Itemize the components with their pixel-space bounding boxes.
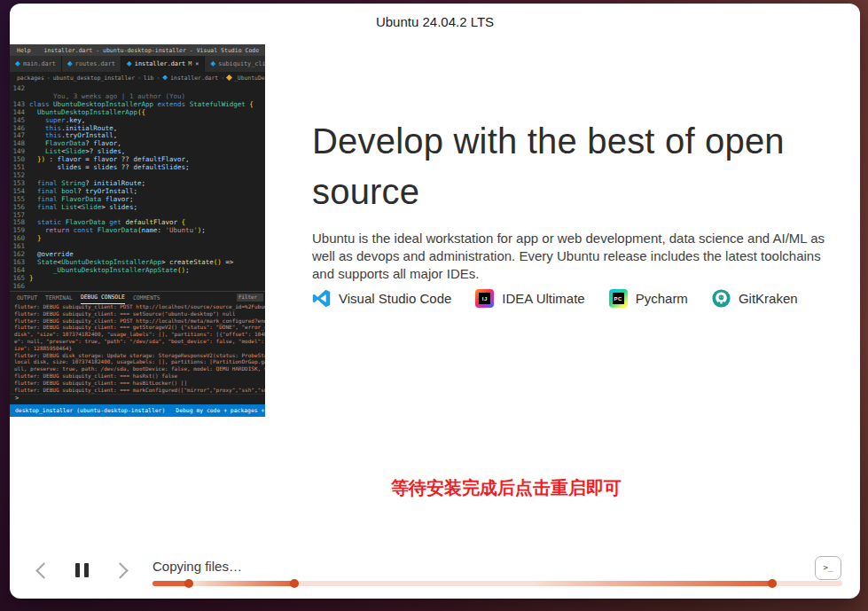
breadcrumb-item[interactable]: ubuntu_desktop_installer <box>53 74 135 82</box>
dart-file-icon <box>15 61 20 67</box>
code-text: slides = slides ?? defaultSlides; <box>29 164 190 172</box>
vscode-screenshot: Help installer.dart - ubuntu-desktop-ins… <box>10 44 265 417</box>
git-modified-badge: M <box>188 60 192 67</box>
vscode-window-title: installer.dart - ubuntu-desktop-installe… <box>38 47 265 54</box>
window-title: Ubuntu 24.04.2 LTS <box>10 14 860 29</box>
tool-idea: IJ IDEA Ultimate <box>475 289 584 308</box>
tab-label: installer.dart <box>135 60 185 67</box>
panel-tab-debug-console: DEBUG CONSOLE <box>81 292 125 304</box>
statusbar-launch-config: desktop_installer (ubuntu-desktop-instal… <box>15 407 165 414</box>
tool-vscode: Visual Studio Code <box>312 289 451 308</box>
console-line: ize": 12885950464} <box>14 345 265 352</box>
breadcrumb-separator: › <box>156 74 160 82</box>
console-line: flutter: DEBUG subiquity_client: POST ht… <box>14 303 265 310</box>
code-text: _UbuntuDesktopInstallerAppState(); <box>29 267 190 275</box>
console-line: flutter: DEBUG subiquity_client: === mar… <box>14 387 265 394</box>
ide-logo-row: Visual Studio Code IJ IDEA Ultimate PC P… <box>312 289 798 308</box>
idea-icon: IJ <box>475 289 494 308</box>
pause-slideshow-button[interactable] <box>75 563 89 577</box>
code-text: final List<Slide> slides; <box>29 204 137 212</box>
vscode-icon <box>312 289 331 308</box>
code-line: 164 _UbuntuDesktopInstallerAppState(); <box>10 267 265 275</box>
tool-pycharm: PC Pycharm <box>609 289 688 308</box>
tool-label: Visual Studio Code <box>339 291 451 306</box>
editor-tab-bar: main.dartroutes.dartinstaller.dartM×subi… <box>10 56 265 72</box>
progress-dot <box>768 579 777 588</box>
slide-body: Ubuntu is the ideal workstation for app … <box>312 230 833 283</box>
code-line: 151 slides = slides ?? defaultSlides; <box>10 164 265 172</box>
vscode-titlebar: Help installer.dart - ubuntu-desktop-ins… <box>10 44 265 56</box>
code-text: } <box>29 275 34 283</box>
close-icon[interactable]: × <box>195 60 199 67</box>
terminal-button[interactable]: >_ <box>815 556 841 580</box>
breadcrumb: packages›ubuntu_desktop_installer›lib›in… <box>10 72 265 83</box>
terminal-icon: >_ <box>824 564 833 572</box>
tab-label: routes.dart <box>75 60 115 67</box>
tool-label: IDEA Ultimate <box>502 291 584 306</box>
install-status-text: Copying files… <box>152 559 242 574</box>
panel-tab-output: OUTPUT <box>17 292 37 303</box>
tool-label: Pycharm <box>636 291 688 306</box>
console-line: flutter: DEBUG subiquity_client: === set… <box>14 310 265 317</box>
dart-file-icon <box>210 61 215 67</box>
console-line: flutter: DEBUG subiquity_client: === get… <box>14 324 265 331</box>
panel-tab-terminal: TERMINAL <box>45 292 73 303</box>
breadcrumb-item[interactable]: _UbuntuDesktopInstallerAppStat <box>234 74 265 82</box>
breadcrumb-item[interactable]: installer.dart <box>170 74 218 82</box>
vscode-help-menu: Help <box>10 47 38 54</box>
symbol-icon <box>226 74 232 81</box>
previous-slide-button[interactable] <box>35 562 51 578</box>
console-line: flutter: DEBUG subiquity_client: === has… <box>14 380 265 387</box>
line-number: 142 <box>10 85 29 93</box>
gitkraken-icon <box>712 289 731 308</box>
code-text: return const FlavorData(name: 'Ubuntu'); <box>29 227 206 235</box>
code-line: 166 <box>10 283 265 291</box>
breadcrumb-item[interactable]: packages <box>17 74 44 82</box>
console-line: flutter: DEBUG subiquity_client: POST ht… <box>14 317 265 325</box>
console-line: ull, preserve: true, path: /dev/sda, boo… <box>14 365 265 372</box>
dart-file-icon <box>127 61 132 67</box>
tab-label: subiquity_client.dart <box>218 60 265 67</box>
editor-tab[interactable]: subiquity_client.dart <box>205 56 265 72</box>
progress-dot <box>290 579 299 588</box>
console-line: flutter: DEBUG subiquity_client: === has… <box>14 372 265 380</box>
editor-tab[interactable]: main.dart <box>10 56 62 72</box>
panel-tab-comments: COMMENTS <box>133 292 160 303</box>
progress-dot <box>184 579 193 588</box>
console-line: flutter: DEBUG disk_storage: Update stor… <box>14 352 265 359</box>
console-line: e": null, "preserve": true, "path": "/de… <box>14 338 265 345</box>
code-editor: 142 You, 3 weeks ago | 1 author (You)143… <box>10 83 265 291</box>
filter-input: Filter <box>237 294 263 302</box>
next-slide-button[interactable] <box>112 562 128 578</box>
breadcrumb-item[interactable]: lib <box>144 74 154 82</box>
debug-console-output: flutter: DEBUG subiquity_client: POST ht… <box>10 303 265 394</box>
restart-note: 等待安装完成后点击重启即可 <box>391 475 622 500</box>
vscode-statusbar: desktop_installer (ubuntu-desktop-instal… <box>10 404 265 417</box>
pycharm-icon: PC <box>609 289 628 308</box>
dart-file-icon <box>67 61 73 67</box>
code-line: 156 final List<Slide> slides; <box>10 204 265 212</box>
installer-window: Ubuntu 24.04.2 LTS Help installer.dart -… <box>10 4 860 599</box>
install-progress-bar <box>152 581 842 586</box>
tab-label: main.dart <box>23 60 56 67</box>
statusbar-debug-mode: Debug my code + packages + SDK <box>176 407 265 414</box>
console-line: disk", "size": 107374182400, "usage_labe… <box>14 331 265 338</box>
slide-title: Develop with the best of open source <box>312 116 835 217</box>
dart-file-icon <box>162 75 168 81</box>
console-line: local disk, size: 107374182400, usageLab… <box>14 358 265 365</box>
tool-gitkraken: GitKraken <box>712 289 798 308</box>
editor-tab[interactable]: installer.dartM× <box>121 56 205 72</box>
editor-tab[interactable]: routes.dart <box>62 56 121 72</box>
tool-label: GitKraken <box>739 291 798 306</box>
breadcrumb-separator: › <box>137 74 141 82</box>
panel-tab-bar: OUTPUT TERMINAL DEBUG CONSOLE COMMENTS F… <box>10 291 265 303</box>
line-number: 166 <box>10 283 29 291</box>
breadcrumb-separator: › <box>47 74 51 82</box>
code-line: 160 } <box>10 235 265 243</box>
code-line: 159 return const FlavorData(name: 'Ubunt… <box>10 227 265 235</box>
code-line: 165} <box>10 275 265 283</box>
breadcrumb-separator: › <box>221 74 224 82</box>
code-text: } <box>29 235 42 243</box>
